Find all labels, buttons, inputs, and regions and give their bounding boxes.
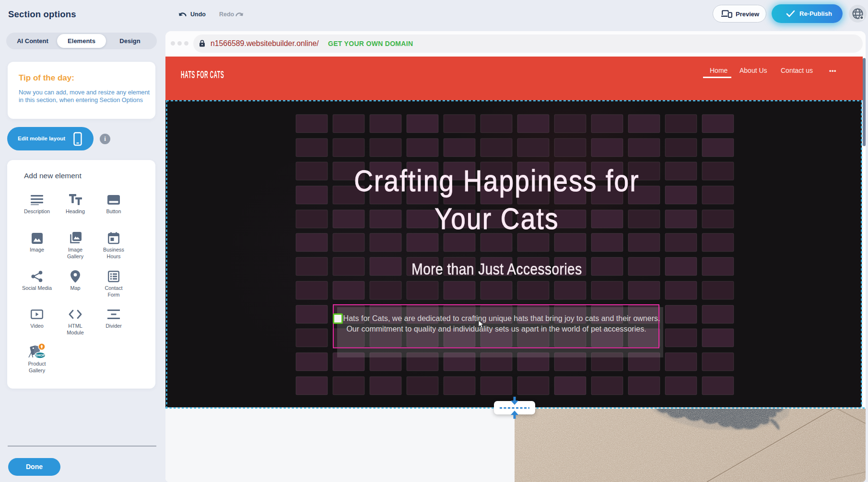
svg-text:SHOP: SHOP: [35, 354, 45, 357]
